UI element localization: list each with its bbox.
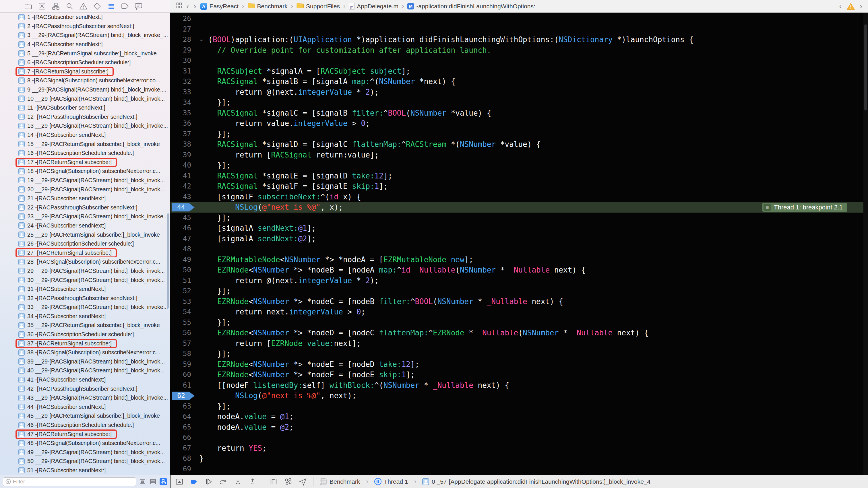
- stack-frame[interactable]: 10 __29-[RACSignal(RACStream) bind:]_blo…: [0, 94, 170, 103]
- stack-frame[interactable]: 27 -[RACReturnSignal subscribe:]: [0, 248, 170, 257]
- related-items-icon[interactable]: [175, 2, 182, 10]
- stack-frame[interactable]: 17 -[RACReturnSignal subscribe:]: [0, 158, 170, 167]
- filter-input[interactable]: [13, 479, 133, 485]
- debug-crumb-thread[interactable]: Thread 1: [374, 478, 408, 485]
- filter-field[interactable]: [3, 477, 136, 486]
- stack-frame[interactable]: 49 __29-[RACSignal(RACStream) bind:]_blo…: [0, 448, 170, 457]
- step-out-button[interactable]: [248, 477, 257, 486]
- breadcrumb-method[interactable]: M -application:didFinishLaunchingWithOpt…: [407, 3, 535, 10]
- symbol-navigator-icon[interactable]: [52, 2, 60, 10]
- source-control-icon[interactable]: [38, 2, 46, 10]
- breadcrumb-group-benchmark[interactable]: Benchmark: [248, 3, 288, 10]
- line-number: 32: [170, 77, 199, 86]
- stack-frame[interactable]: 1 -[RACSubscriber sendNext:]: [0, 12, 170, 22]
- highlighted-stack-frame[interactable]: 27 -[RACReturnSignal subscribe:]: [16, 248, 117, 257]
- hide-debug-area-button[interactable]: [175, 477, 184, 486]
- next-issue-button[interactable]: ›: [859, 2, 863, 10]
- flat-view-icon[interactable]: [139, 478, 146, 485]
- stack-frame[interactable]: 5 __29-[RACReturnSignal subscribe:]_bloc…: [0, 49, 170, 58]
- breadcrumb-group-supportfiles[interactable]: SupportFiles: [297, 3, 340, 10]
- stack-frame[interactable]: 4 -[RACSubscriber sendNext:]: [0, 40, 170, 49]
- breadcrumb-project[interactable]: A EasyReact: [200, 3, 239, 10]
- stack-frame[interactable]: 2 -[RACPassthroughSubscriber sendNext:]: [0, 22, 170, 31]
- stack-frame[interactable]: 26 -[RACSubscriptionScheduler schedule:]: [0, 239, 170, 249]
- filter-bar: [0, 475, 170, 488]
- stack-frame[interactable]: 6 -[RACSubscriptionScheduler schedule:]: [0, 58, 170, 67]
- stack-frame[interactable]: 3 __29-[RACSignal(RACStream) bind:]_bloc…: [0, 31, 170, 40]
- stack-frame[interactable]: 13 __29-[RACSignal(RACStream) bind:]_blo…: [0, 121, 170, 131]
- simulate-location-button[interactable]: [299, 477, 307, 486]
- stack-frame[interactable]: 14 -[RACSubscriber sendNext:]: [0, 131, 170, 140]
- stack-frame[interactable]: 16 -[RACSubscriptionScheduler schedule:]: [0, 149, 170, 158]
- stack-frame[interactable]: 8 -[RACSignal(Subscription) subscribeNex…: [0, 76, 170, 85]
- stack-frame[interactable]: 20 __29-[RACSignal(RACStream) bind:]_blo…: [0, 185, 170, 194]
- view-hierarchy-button[interactable]: [269, 477, 278, 486]
- stack-frame[interactable]: 35 __29-[RACReturnSignal subscribe:]_blo…: [0, 321, 170, 330]
- stack-frame[interactable]: 46 -[RACSubscriptionScheduler schedule:]: [0, 421, 170, 430]
- stack-frame[interactable]: 18 -[RACSignal(Subscription) subscribeNe…: [0, 167, 170, 176]
- stack-frame[interactable]: 29 __29-[RACSignal(RACStream) bind:]_blo…: [0, 266, 170, 276]
- stack-frame[interactable]: 40 __29-[RACSignal(RACStream) bind:]_blo…: [0, 366, 170, 375]
- stack-frame[interactable]: 48 -[RACSignal(Subscription) subscribeNe…: [0, 438, 170, 448]
- sidebar-scrollbar[interactable]: [167, 214, 169, 308]
- stack-frame[interactable]: 34 -[RACSubscriber sendNext:]: [0, 312, 170, 321]
- breadcrumb-file[interactable]: m AppDelegate.m: [349, 3, 398, 10]
- stack-frame[interactable]: 9 __29-[RACSignal(RACStream) bind:]_bloc…: [0, 85, 170, 94]
- stack-frame[interactable]: 22 -[RACPassthroughSubscriber sendNext:]: [0, 203, 170, 212]
- stack-frame[interactable]: 42 -[RACPassthroughSubscriber sendNext:]: [0, 384, 170, 393]
- editor-scrollbar[interactable]: [863, 13, 868, 475]
- stack-frame[interactable]: 51 -[RACSubscriber sendNext:]: [0, 466, 170, 475]
- highlighted-stack-frame[interactable]: 47 -[RACReturnSignal subscribe:]: [16, 429, 117, 438]
- stack-frame[interactable]: 37 -[RACReturnSignal subscribe:]: [0, 339, 170, 348]
- warning-icon[interactable]: [846, 3, 855, 10]
- debug-crumb-process[interactable]: Benchmark: [319, 478, 360, 485]
- search-navigator-icon[interactable]: [65, 2, 74, 10]
- stack-frame[interactable]: 12 -[RACPassthroughSubscriber sendNext:]: [0, 112, 170, 122]
- stack-frame[interactable]: 7 -[RACReturnSignal subscribe:]: [0, 67, 170, 76]
- breakpoints-toggle-button[interactable]: [190, 477, 198, 486]
- stack-frame[interactable]: 47 -[RACReturnSignal subscribe:]: [0, 429, 170, 438]
- stack-frame[interactable]: 39 __29-[RACSignal(RACStream) bind:]_blo…: [0, 357, 170, 366]
- callstack-view-icon[interactable]: [160, 478, 167, 485]
- report-navigator-icon[interactable]: [134, 2, 143, 10]
- line-number: 48: [170, 245, 199, 253]
- code-editor[interactable]: 262728- (BOOL)application:(UIApplication…: [170, 13, 868, 475]
- stack-frame[interactable]: 15 __29-[RACReturnSignal subscribe:]_blo…: [0, 139, 170, 149]
- stack-frame[interactable]: 24 -[RACSubscriber sendNext:]: [0, 221, 170, 230]
- stack-frame[interactable]: 23 __29-[RACSignal(RACStream) bind:]_blo…: [0, 212, 170, 221]
- stack-frame[interactable]: 38 -[RACSignal(Subscription) subscribeNe…: [0, 348, 170, 357]
- continue-button[interactable]: [205, 477, 213, 486]
- forward-button[interactable]: ›: [193, 2, 197, 10]
- stack-frame[interactable]: 41 -[RACSubscriber sendNext:]: [0, 375, 170, 384]
- previous-issue-button[interactable]: ‹: [838, 2, 842, 10]
- stack-frame[interactable]: 11 -[RACSubscriber sendNext:]: [0, 103, 170, 112]
- debug-navigator-icon[interactable]: [107, 2, 115, 10]
- stack-frame[interactable]: 44 -[RACSubscriber sendNext:]: [0, 402, 170, 412]
- stack-frame[interactable]: 30 __29-[RACSignal(RACStream) bind:]_blo…: [0, 275, 170, 285]
- thread-view-icon[interactable]: [149, 478, 157, 485]
- issue-navigator-icon[interactable]: [79, 2, 88, 10]
- breakpoint-annotation[interactable]: ≡Thread 1: breakpoint 2.1: [763, 203, 847, 212]
- memory-graph-button[interactable]: [284, 477, 292, 486]
- back-button[interactable]: ‹: [186, 2, 189, 10]
- step-over-button[interactable]: [219, 477, 228, 486]
- highlighted-stack-frame[interactable]: 17 -[RACReturnSignal subscribe:]: [16, 158, 117, 167]
- project-navigator-icon[interactable]: [24, 2, 32, 10]
- highlighted-stack-frame[interactable]: 37 -[RACReturnSignal subscribe:]: [16, 339, 117, 348]
- stack-frame[interactable]: 25 __29-[RACReturnSignal subscribe:]_blo…: [0, 230, 170, 239]
- stack-frame[interactable]: 21 -[RACSubscriber sendNext:]: [0, 194, 170, 203]
- test-navigator-icon[interactable]: [93, 2, 101, 10]
- breakpoint-navigator-icon[interactable]: [121, 2, 129, 10]
- stack-frame[interactable]: 45 __29-[RACReturnSignal subscribe:]_blo…: [0, 412, 170, 421]
- step-into-button[interactable]: [234, 477, 242, 486]
- stack-frame[interactable]: 19 __29-[RACSignal(RACStream) bind:]_blo…: [0, 176, 170, 185]
- stack-frame[interactable]: 36 -[RACSubscriptionScheduler schedule:]: [0, 330, 170, 339]
- stack-frame[interactable]: 32 -[RACPassthroughSubscriber sendNext:]: [0, 293, 170, 303]
- stack-frame[interactable]: 31 -[RACSubscriber sendNext:]: [0, 285, 170, 294]
- stack-frame[interactable]: 43 __29-[RACSignal(RACStream) bind:]_blo…: [0, 393, 170, 402]
- stack-frame[interactable]: 33 __29-[RACSignal(RACStream) bind:]_blo…: [0, 303, 170, 312]
- debug-crumb-frame[interactable]: 0 _57-[AppDelegate application:didFinish…: [422, 478, 650, 485]
- highlighted-stack-frame[interactable]: 7 -[RACReturnSignal subscribe:]: [16, 67, 114, 76]
- stack-frame[interactable]: 28 -[RACSignal(Subscription) subscribeNe…: [0, 257, 170, 266]
- stack-frame[interactable]: 50 __29-[RACSignal(RACStream) bind:]_blo…: [0, 457, 170, 466]
